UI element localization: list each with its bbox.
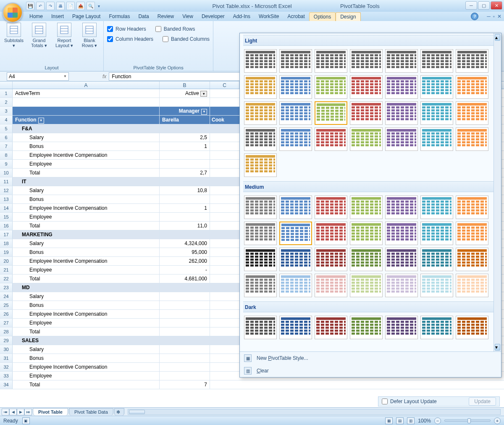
cell-b[interactable] xyxy=(160,363,210,371)
row-number[interactable]: 18 xyxy=(0,239,13,248)
style-swatch[interactable] xyxy=(350,248,383,271)
row-34[interactable]: 34Total7 xyxy=(0,380,504,389)
filter-icon[interactable]: ▾ xyxy=(200,91,207,97)
chk-column-headers[interactable]: Column Headers xyxy=(107,36,153,42)
macro-record-icon[interactable]: ▣ xyxy=(22,417,30,424)
chk-row-headers[interactable]: Row Headers xyxy=(107,26,146,32)
style-swatch[interactable] xyxy=(350,49,383,73)
tab-home[interactable]: Home xyxy=(25,12,47,21)
cell-b[interactable]: 4,681,000 xyxy=(160,275,210,283)
row-number[interactable]: 9 xyxy=(0,160,13,168)
qat-customize-icon[interactable]: ▾ xyxy=(97,2,101,10)
cell-a[interactable]: Total xyxy=(13,380,160,389)
doc-restore-icon[interactable]: ▫ xyxy=(493,13,495,19)
row-number[interactable]: 30 xyxy=(0,345,13,354)
row-number[interactable]: 32 xyxy=(0,363,13,371)
cell-c[interactable] xyxy=(210,266,239,274)
cell-b[interactable]: - xyxy=(160,266,210,274)
cell-c[interactable] xyxy=(210,292,239,301)
cell-c[interactable] xyxy=(210,275,239,283)
row-number[interactable]: 7 xyxy=(0,142,13,150)
cell-c[interactable] xyxy=(210,151,239,159)
style-swatch[interactable] xyxy=(350,101,383,125)
cell-c[interactable] xyxy=(210,345,239,354)
cell-a[interactable]: Employee Incentive Compensation xyxy=(13,310,160,318)
tab-developer[interactable]: Developer xyxy=(197,12,229,21)
cell-a[interactable]: Employee xyxy=(13,160,160,168)
style-swatch[interactable] xyxy=(315,49,347,73)
cell-b[interactable] xyxy=(160,372,210,380)
cell-a[interactable]: Bonus xyxy=(13,248,160,256)
style-swatch[interactable] xyxy=(279,49,312,73)
style-swatch[interactable] xyxy=(244,153,277,177)
style-swatch[interactable] xyxy=(385,316,418,339)
style-swatch[interactable] xyxy=(385,274,418,297)
cell-a[interactable] xyxy=(13,98,160,106)
gallery-scrollbar[interactable]: ▴ ▾ xyxy=(494,33,501,351)
cell-c[interactable] xyxy=(210,204,239,212)
cell-c[interactable] xyxy=(210,327,239,336)
cell-b[interactable] xyxy=(160,195,210,203)
tab-options[interactable]: Options xyxy=(309,12,336,21)
cell-b[interactable] xyxy=(160,301,210,309)
cell-b[interactable]: 95,000 xyxy=(160,248,210,256)
qat-export-icon[interactable]: 📤 xyxy=(76,2,85,10)
cell-c[interactable] xyxy=(210,310,239,318)
style-swatch[interactable] xyxy=(385,49,418,73)
cell-c[interactable] xyxy=(210,354,239,362)
cell-b[interactable]: 11,0 xyxy=(160,222,210,230)
cell-a[interactable] xyxy=(13,107,160,115)
grand-totals-button[interactable]: Grand Totals ▾ xyxy=(29,23,50,48)
style-swatch[interactable] xyxy=(350,274,383,297)
sheet-nav-next-icon[interactable]: ▶ xyxy=(17,409,24,415)
cell-b[interactable] xyxy=(160,292,210,301)
cell-c[interactable] xyxy=(210,169,239,177)
row-number[interactable]: 6 xyxy=(0,133,13,142)
cell-c[interactable] xyxy=(210,372,239,380)
view-page-break-icon[interactable]: ▥ xyxy=(407,417,415,424)
office-button[interactable] xyxy=(3,3,23,23)
cell-a[interactable]: Bonus xyxy=(13,354,160,362)
cell-a[interactable]: Salary xyxy=(13,292,160,301)
style-swatch[interactable] xyxy=(420,274,453,297)
row-number[interactable]: 3 xyxy=(0,107,13,115)
style-swatch[interactable] xyxy=(456,274,488,297)
cell-a[interactable]: MARKETING xyxy=(13,230,160,239)
style-swatch[interactable] xyxy=(350,316,383,339)
row-number[interactable]: 29 xyxy=(0,336,13,345)
cell-c[interactable] xyxy=(210,142,239,150)
row-number[interactable]: 33 xyxy=(0,372,13,380)
cell-b[interactable] xyxy=(160,124,210,133)
sheet-tab-pivot-table-data[interactable]: Pivot Table Data xyxy=(69,408,113,415)
qat-print-icon[interactable]: 🖶 xyxy=(56,2,65,10)
style-swatch[interactable] xyxy=(279,248,312,271)
tab-formulas[interactable]: Formulas xyxy=(105,12,134,21)
cell-a[interactable]: Employee Incentive Compensation xyxy=(13,151,160,159)
style-swatch[interactable] xyxy=(279,274,312,297)
select-all-corner[interactable] xyxy=(0,82,13,89)
close-button[interactable]: ✕ xyxy=(491,1,502,10)
view-normal-icon[interactable]: ▦ xyxy=(385,417,393,424)
row-number[interactable]: 11 xyxy=(0,177,13,186)
cell-c[interactable] xyxy=(210,98,239,106)
row-number[interactable]: 15 xyxy=(0,213,13,221)
cell-b[interactable]: 10,8 xyxy=(160,186,210,195)
style-swatch[interactable] xyxy=(315,274,347,297)
cell-c[interactable] xyxy=(210,248,239,256)
blank-rows-button[interactable]: Blank Rows ▾ xyxy=(79,23,100,48)
style-swatch[interactable] xyxy=(244,274,277,297)
cell-b[interactable]: 1 xyxy=(160,142,210,150)
style-swatch[interactable] xyxy=(279,101,312,125)
defer-layout-checkbox[interactable]: Defer Layout Update xyxy=(382,399,437,404)
cell-b[interactable] xyxy=(160,345,210,354)
cell-c[interactable] xyxy=(210,319,239,327)
style-swatch[interactable] xyxy=(244,248,277,271)
row-number[interactable]: 13 xyxy=(0,195,13,203)
tab-worksite[interactable]: WorkSite xyxy=(255,12,283,21)
dropdown-icon[interactable]: ▼ xyxy=(38,118,44,124)
row-number[interactable]: 12 xyxy=(0,186,13,195)
style-swatch[interactable] xyxy=(456,248,488,271)
col-header-c[interactable]: C xyxy=(210,82,239,89)
chk-banded-rows[interactable]: Banded Rows xyxy=(155,26,195,32)
zoom-slider[interactable] xyxy=(444,420,491,422)
